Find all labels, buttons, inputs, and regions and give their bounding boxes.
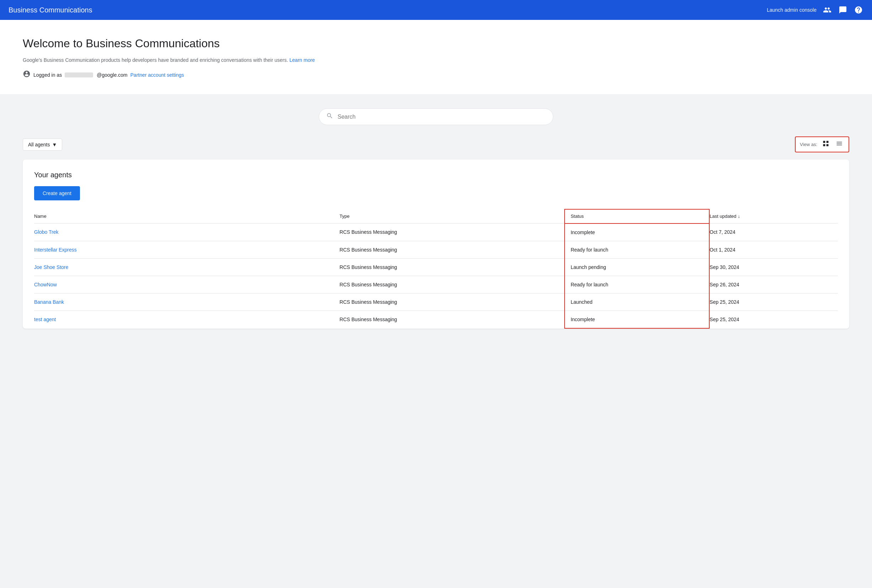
sort-down-icon[interactable]: ↓ — [738, 213, 740, 219]
agent-last-updated: Oct 7, 2024 — [709, 224, 838, 241]
agent-type: RCS Business Messaging — [340, 310, 564, 328]
agent-status: Launched — [564, 293, 709, 310]
agent-name[interactable]: Joe Shoe Store — [34, 258, 340, 276]
agent-name[interactable]: Globo Trek — [34, 224, 340, 241]
help-icon[interactable] — [854, 5, 863, 15]
agent-name[interactable]: Interstellar Express — [34, 241, 340, 258]
controls-row: All agents ▼ View as: — [23, 136, 849, 152]
chevron-down-icon: ▼ — [52, 142, 57, 147]
agent-status: Incomplete — [564, 224, 709, 241]
agent-status: Launch pending — [564, 258, 709, 276]
col-header-type: Type — [340, 209, 564, 224]
agent-name[interactable]: test agent — [34, 310, 340, 328]
agent-last-updated: Sep 25, 2024 — [709, 310, 838, 328]
col-header-status: Status — [564, 209, 709, 224]
agent-type: RCS Business Messaging — [340, 241, 564, 258]
app-header: Business Communications Launch admin con… — [0, 0, 872, 20]
table-row: Joe Shoe Store RCS Business Messaging La… — [34, 258, 838, 276]
email-domain: @google.com — [97, 72, 128, 78]
partner-account-settings-link[interactable]: Partner account settings — [131, 72, 184, 78]
table-row: Globo Trek RCS Business Messaging Incomp… — [34, 224, 838, 241]
agents-table: Name Type Status Last updated ↓ — [34, 209, 838, 328]
grid-view-icon[interactable] — [821, 139, 831, 150]
learn-more-link[interactable]: Learn more — [290, 57, 315, 63]
view-as-container: View as: — [795, 136, 849, 152]
agent-type: RCS Business Messaging — [340, 293, 564, 310]
welcome-title: Welcome to Business Communications — [23, 37, 849, 50]
header-actions: Launch admin console — [767, 5, 863, 15]
welcome-description: Google's Business Communication products… — [23, 57, 849, 63]
account-circle-icon — [23, 70, 30, 80]
agent-type: RCS Business Messaging — [340, 276, 564, 293]
agent-status: Incomplete — [564, 310, 709, 328]
agent-last-updated: Sep 30, 2024 — [709, 258, 838, 276]
agents-section-title: Your agents — [34, 171, 838, 179]
agent-last-updated: Oct 1, 2024 — [709, 241, 838, 258]
logged-in-row: Logged in as @google.com Partner account… — [23, 70, 849, 80]
agent-type: RCS Business Messaging — [340, 258, 564, 276]
search-bar — [319, 108, 553, 125]
col-header-name: Name — [34, 209, 340, 224]
email-blur — [65, 72, 93, 78]
agent-status: Ready for launch — [564, 241, 709, 258]
welcome-section: Welcome to Business Communications Googl… — [0, 20, 872, 94]
agent-name[interactable]: ChowNow — [34, 276, 340, 293]
agent-type: RCS Business Messaging — [340, 224, 564, 241]
col-header-last-updated: Last updated ↓ — [709, 209, 838, 224]
search-input[interactable] — [338, 114, 546, 120]
agent-status: Ready for launch — [564, 276, 709, 293]
list-view-icon[interactable] — [834, 139, 844, 150]
agent-last-updated: Sep 26, 2024 — [709, 276, 838, 293]
all-agents-filter-button[interactable]: All agents ▼ — [23, 138, 62, 151]
logged-in-prefix: Logged in as — [33, 72, 62, 78]
view-as-label: View as: — [800, 142, 817, 147]
chat-icon[interactable] — [838, 5, 848, 15]
create-agent-button[interactable]: Create agent — [34, 186, 80, 200]
agent-last-updated: Sep 25, 2024 — [709, 293, 838, 310]
search-container — [23, 108, 849, 125]
app-title: Business Communications — [9, 6, 92, 14]
table-row: Interstellar Express RCS Business Messag… — [34, 241, 838, 258]
table-row: test agent RCS Business Messaging Incomp… — [34, 310, 838, 328]
table-row: ChowNow RCS Business Messaging Ready for… — [34, 276, 838, 293]
agents-card: Your agents Create agent Name Type Statu… — [23, 159, 849, 328]
launch-admin-console-button[interactable]: Launch admin console — [767, 7, 816, 13]
main-content: All agents ▼ View as: Your agents Create… — [0, 94, 872, 343]
search-icon — [326, 112, 333, 121]
people-icon[interactable] — [822, 5, 832, 15]
agent-name[interactable]: Banana Bank — [34, 293, 340, 310]
table-row: Banana Bank RCS Business Messaging Launc… — [34, 293, 838, 310]
